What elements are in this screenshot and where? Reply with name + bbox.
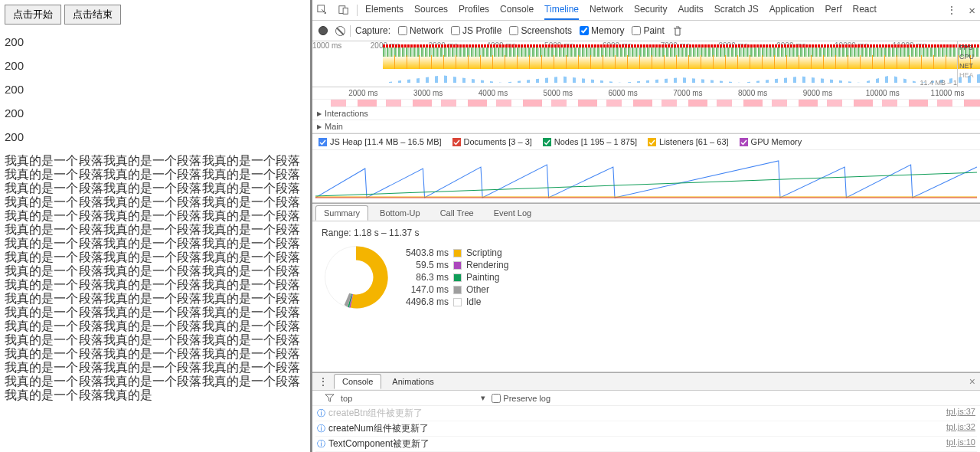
summary-tab-summary[interactable]: Summary [315,205,368,221]
record-icon[interactable] [318,26,328,35]
mem-nodes[interactable]: Nodes [1 195 – 1 875] [543,137,637,146]
flame-chart[interactable]: 2000 ms3000 ms4000 ms5000 ms6000 ms7000 … [312,87,980,134]
capture-screenshots[interactable]: Screenshots [509,25,572,36]
inspect-icon[interactable] [317,5,328,15]
overview-labels: FPSCPUNETHEA [957,41,980,87]
trash-icon[interactable] [672,25,683,36]
tab-console[interactable]: Console [500,0,534,20]
num-value: 200 [5,35,305,48]
legend-rendering: 59.5 msRendering [403,260,508,270]
svg-rect-2 [343,8,348,14]
devtools-tabs: ElementsSourcesProfilesConsoleTimelineNe… [312,0,980,21]
more-icon[interactable]: ⋮ [947,5,958,15]
mem-js[interactable]: JS Heap [11.4 MB – 16.5 MB] [318,137,442,146]
drawer-tab-animations[interactable]: Animations [384,375,441,388]
legend-other: 147.0 msOther [403,284,508,295]
capture-paint[interactable]: Paint [632,25,664,36]
tab-scratch-js[interactable]: Scratch JS [714,0,759,20]
svg-point-6 [339,260,374,295]
flame-row-main[interactable]: ▶Main [312,120,980,133]
memory-chart: JS Heap [11.4 MB – 16.5 MB]Documents [3 … [312,134,980,203]
summary-tab-call-tree[interactable]: Call Tree [432,205,482,221]
tab-audits[interactable]: Audits [678,0,703,20]
summary-panel: Range: 1.18 s – 11.37 s 5403.8 msScripti… [312,221,980,372]
tab-network[interactable]: Network [590,0,623,20]
console-output[interactable]: ⓘcreateBtn组件被更新了tpl.js:37ⓘcreateNum组件被更新… [312,406,980,452]
devtools-panel: ElementsSourcesProfilesConsoleTimelineNe… [312,0,980,452]
capture-label: Capture: [355,25,390,36]
capture-network[interactable]: Network [398,25,443,36]
tab-profiles[interactable]: Profiles [459,0,489,20]
close-icon[interactable]: × [969,375,975,388]
heap-range: 11.4 MB – 1 [920,79,957,87]
legend-painting: 86.3 msPainting [403,272,508,283]
capture-memory[interactable]: Memory [580,25,624,36]
console-line[interactable]: ⓘTextComponent被更新了tpl.js:10 [315,437,977,452]
pie-chart [322,243,390,312]
console-line[interactable]: ⓘcreateNum组件被更新了tpl.js:32 [315,421,977,437]
overview-strip[interactable]: 1000 ms2000 ms3000 ms4000 ms5000 ms6000 … [312,41,980,87]
close-icon[interactable]: × [969,4,975,17]
more-icon[interactable]: ⋮ [315,376,331,387]
num-value: 200 [5,59,305,72]
summary-tab-bottom-up[interactable]: Bottom-Up [371,205,429,221]
tab-react[interactable]: React [853,0,877,20]
page-content: 点击开始 点击结束 200 200 200 200 200 我真的是一个段落我真… [0,0,312,452]
num-value: 200 [5,106,305,120]
filter-icon[interactable] [325,393,335,403]
tab-timeline[interactable]: Timeline [544,0,579,20]
number-list: 200 200 200 200 200 [5,35,305,143]
tab-security[interactable]: Security [634,0,667,20]
tab-elements[interactable]: Elements [365,0,403,20]
drawer-tabs: ⋮ ConsoleAnimations × [312,372,980,391]
clear-icon[interactable] [335,26,345,36]
capture-toolbar: Capture: NetworkJS ProfileScreenshotsMem… [312,21,980,41]
tab-application[interactable]: Application [769,0,815,20]
capture-js-profile[interactable]: JS Profile [451,25,501,36]
legend-scripting: 5403.8 msScripting [403,247,508,258]
memory-graph[interactable] [315,153,977,199]
console-line[interactable]: ⓘcreateBtn组件被更新了tpl.js:37 [315,406,977,421]
scope-select[interactable]: top [341,394,352,403]
range-text: Range: 1.18 s – 11.37 s [322,228,508,238]
num-value: 200 [5,83,305,96]
preserve-log-checkbox[interactable] [492,394,501,403]
tab-perf[interactable]: Perf [825,0,842,20]
summary-tabs: SummaryBottom-UpCall TreeEvent Log [312,203,980,221]
end-button[interactable]: 点击结束 [64,5,121,25]
flame-row-interactions[interactable]: ▶Interactions [312,107,980,120]
tab-sources[interactable]: Sources [414,0,448,20]
console-toolbar: top ▾ Preserve log [312,391,980,406]
device-icon[interactable] [338,5,349,15]
paragraph-text: 我真的是一个段落我真的是一个段落我真的是一个段落我真的是一个段落我真的是一个段落… [5,154,305,402]
drawer-tab-console[interactable]: Console [334,374,381,389]
summary-tab-event-log[interactable]: Event Log [485,205,541,221]
start-button[interactable]: 点击开始 [5,5,61,25]
num-value: 200 [5,130,305,143]
legend-idle: 4496.8 msIdle [403,296,508,307]
mem-listeners[interactable]: Listeners [61 – 63] [648,137,729,146]
mem-gpu[interactable]: GPU Memory [740,137,802,146]
mem-documents[interactable]: Documents [3 – 3] [452,137,532,146]
